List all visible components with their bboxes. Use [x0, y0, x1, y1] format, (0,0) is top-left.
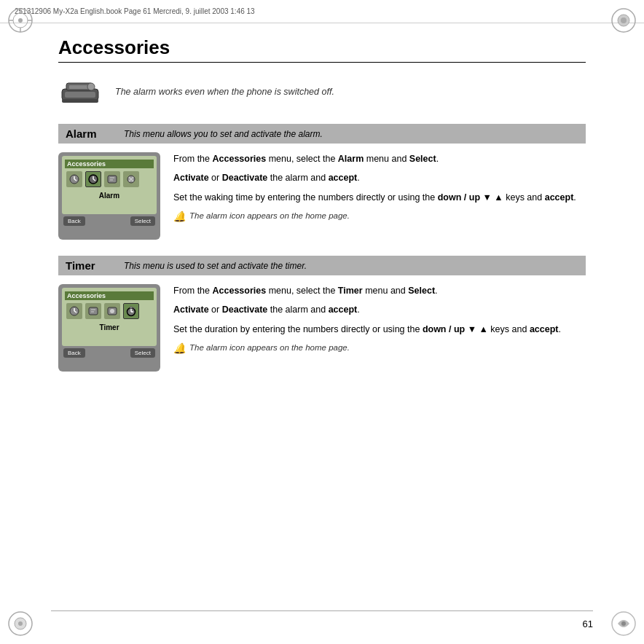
timer-phone-screen: Accessories [62, 288, 157, 346]
svg-point-12 [18, 621, 23, 626]
bottom-line [51, 610, 593, 611]
title-divider [58, 62, 586, 63]
timer-icon-2 [85, 303, 101, 319]
svg-rect-19 [62, 99, 98, 103]
intro-row: The alarm works even when the phone is s… [58, 74, 586, 111]
timer-title: Timer [66, 259, 109, 272]
alarm-para-2: Activate or Deactivate the alarm and acc… [173, 171, 586, 185]
svg-point-20 [87, 83, 95, 90]
alarm-select-button: Select [130, 216, 155, 226]
timer-icon-1 [66, 303, 82, 319]
timer-section-body: Accessories [58, 284, 586, 372]
timer-select-button: Select [130, 348, 155, 358]
alarm-note-text: The alarm icon appears on the home page. [189, 210, 350, 223]
header-bar: 251312906 My-X2a English.book Page 61 Me… [0, 0, 644, 23]
header-text: 251312906 My-X2a English.book Page 61 Me… [15, 7, 255, 15]
timer-description: This menu is used to set and activate th… [124, 261, 307, 271]
timer-icon-4-selected [123, 303, 139, 319]
svg-point-6 [18, 18, 23, 23]
timer-phone-buttons: Back Select [62, 346, 157, 358]
timer-phone-mockup: Accessories [58, 284, 160, 372]
timer-note-icon: 🔔 [173, 341, 186, 357]
main-content: Accessories The alarm works [51, 23, 593, 604]
timer-screen-title: Accessories [65, 291, 154, 300]
alarm-back-button: Back [63, 216, 85, 226]
timer-section-header: Timer This menu is used to set and activ… [58, 256, 586, 275]
alarm-icons-row [65, 171, 154, 187]
svg-rect-27 [108, 176, 117, 183]
svg-rect-16 [65, 92, 95, 98]
intro-text: The alarm works even when the phone is s… [115, 86, 334, 99]
alarm-phone-screen: Accessories [62, 156, 157, 214]
alarm-screen-title: Accessories [65, 160, 154, 168]
page-title: Accessories [58, 36, 586, 59]
alarm-item-label: Alarm [65, 192, 154, 200]
accessories-icon [58, 74, 102, 111]
alarm-section-header: Alarm This menu allows you to set and ac… [58, 124, 586, 144]
alarm-description: This menu allows you to set and activate… [124, 129, 323, 139]
svg-point-9 [621, 17, 627, 23]
timer-para-3: Set the duration by entering the numbers… [173, 323, 586, 337]
page-number: 61 [583, 619, 593, 629]
timer-para-2: Activate or Deactivate the alarm and acc… [173, 303, 586, 317]
alarm-para-3: Set the waking time by entering the numb… [173, 191, 586, 205]
corner-decoration-br [609, 609, 638, 638]
alarm-icon-4 [123, 171, 139, 187]
alarm-section-text: From the Accessories menu, select the Al… [173, 152, 586, 240]
alarm-icon-3 [104, 171, 120, 187]
alarm-section-body: Accessories [58, 152, 586, 240]
svg-rect-42 [130, 307, 133, 308]
alarm-note: 🔔 The alarm icon appears on the home pag… [173, 210, 586, 225]
timer-section-text: From the Accessories menu, select the Ti… [173, 284, 586, 372]
alarm-icon-1 [66, 171, 82, 187]
alarm-note-icon: 🔔 [173, 209, 186, 225]
svg-rect-18 [69, 85, 90, 89]
corner-decoration-tl [6, 6, 35, 35]
svg-point-38 [110, 309, 114, 313]
timer-icons-row [65, 303, 154, 319]
svg-point-14 [621, 621, 626, 626]
timer-icon-3 [104, 303, 120, 319]
timer-note: 🔔 The alarm icon appears on the home pag… [173, 342, 586, 357]
timer-note-text: The alarm icon appears on the home page. [189, 342, 350, 355]
alarm-icon-2-selected [85, 171, 101, 187]
alarm-para-1: From the Accessories menu, select the Al… [173, 152, 586, 166]
timer-item-label: Timer [65, 323, 154, 331]
alarm-phone-mockup: Accessories [58, 152, 160, 240]
corner-decoration-tr [609, 6, 638, 35]
timer-para-1: From the Accessories menu, select the Ti… [173, 284, 586, 298]
page: 251312906 My-X2a English.book Page 61 Me… [0, 0, 644, 644]
alarm-phone-buttons: Back Select [62, 214, 157, 226]
timer-back-button: Back [63, 348, 85, 358]
corner-decoration-bl [6, 609, 35, 638]
svg-rect-34 [89, 307, 98, 315]
alarm-title: Alarm [66, 127, 109, 140]
